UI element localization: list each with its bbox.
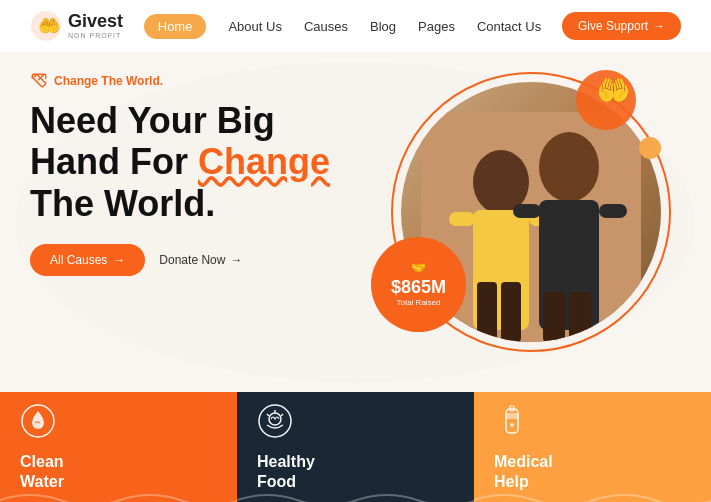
svg-point-24 — [510, 423, 514, 427]
nav-causes[interactable]: Causes — [304, 19, 348, 34]
give-support-button[interactable]: Give Support → — [562, 12, 681, 40]
nav-pages[interactable]: Pages — [418, 19, 455, 34]
hero-content: Change The World. Need Your Big Hand For… — [30, 72, 330, 276]
all-causes-button[interactable]: All Causes → — [30, 244, 145, 276]
svg-rect-6 — [477, 282, 497, 342]
healthy-food-title: Healthy Food — [257, 452, 315, 490]
money-badge: 🤝 $865M Total Raised — [371, 237, 466, 332]
deco-circle-small — [639, 137, 661, 159]
hand-icon: 🤲 — [596, 74, 631, 107]
donate-now-button[interactable]: Donate Now → — [159, 253, 242, 267]
clean-water-title: Clean Water — [20, 452, 64, 490]
svg-line-21 — [281, 414, 283, 416]
hero-tag: Change The World. — [30, 72, 330, 90]
nav-blog[interactable]: Blog — [370, 19, 396, 34]
svg-rect-15 — [599, 204, 627, 218]
nav-contact[interactable]: Contact Us — [477, 19, 541, 34]
logo: 🤲 Givest NON PROFIT — [30, 10, 123, 42]
cards-section: Clean Water Healthy Food — [0, 392, 711, 502]
hero-image-area: 🤲 — [381, 62, 691, 372]
arrow-icon: → — [113, 253, 125, 267]
card-medical-help[interactable]: Medical Help — [474, 392, 711, 502]
logo-text: Givest NON PROFIT — [68, 12, 123, 39]
card-healthy-food[interactable]: Healthy Food — [237, 392, 474, 502]
svg-text:🤲: 🤲 — [38, 15, 61, 37]
hero-buttons: All Causes → Donate Now → — [30, 244, 330, 276]
svg-line-20 — [267, 414, 269, 416]
svg-rect-8 — [449, 212, 475, 226]
svg-point-10 — [539, 132, 599, 202]
svg-rect-23 — [506, 413, 518, 419]
card-clean-water[interactable]: Clean Water — [0, 392, 237, 502]
logo-name: Givest — [68, 12, 123, 32]
hand-raise-icon: 🤝 — [411, 261, 426, 275]
logo-icon: 🤲 — [30, 10, 62, 42]
svg-rect-22 — [506, 409, 518, 433]
tag-icon — [30, 72, 48, 90]
svg-rect-12 — [543, 292, 565, 342]
medical-icon — [494, 403, 530, 446]
svg-rect-13 — [569, 292, 591, 342]
svg-rect-7 — [501, 282, 521, 342]
wave-decoration — [474, 490, 711, 502]
logo-sub: NON PROFIT — [68, 32, 123, 40]
hero-section: Change The World. Need Your Big Hand For… — [0, 52, 711, 392]
nav-about[interactable]: About Us — [228, 19, 281, 34]
wave-decoration — [237, 490, 474, 502]
svg-point-17 — [259, 405, 291, 437]
svg-rect-14 — [513, 204, 541, 218]
nav-home[interactable]: Home — [144, 14, 207, 39]
main-nav: Home About Us Causes Blog Pages Contact … — [144, 14, 541, 39]
header: 🤲 Givest NON PROFIT Home About Us Causes… — [0, 0, 711, 52]
hero-title: Need Your Big Hand For Change The World. — [30, 100, 330, 224]
hero-highlight: Change — [198, 141, 330, 182]
arrow-icon: → — [230, 253, 242, 267]
food-icon — [257, 403, 293, 446]
medical-help-title: Medical Help — [494, 452, 553, 490]
wave-decoration — [0, 490, 237, 502]
water-drop-icon — [20, 403, 56, 446]
arrow-icon: → — [653, 19, 665, 33]
